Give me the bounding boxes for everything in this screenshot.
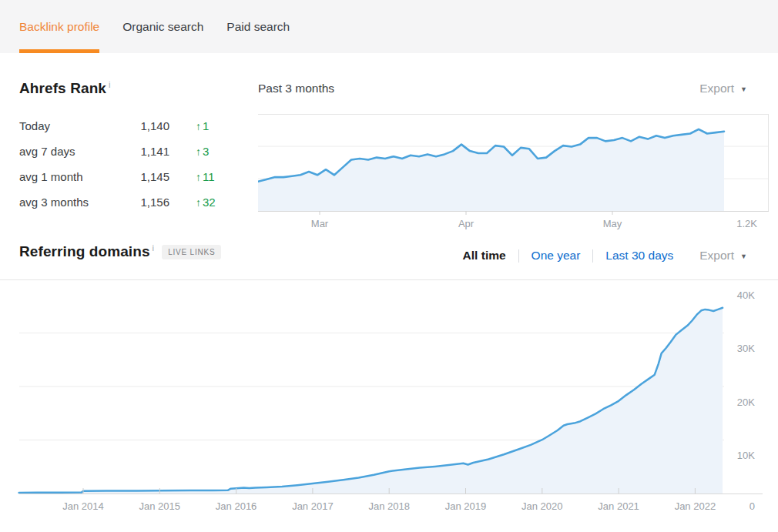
- rank-row-label: avg 7 days: [19, 145, 121, 158]
- separator: [518, 249, 519, 263]
- export-label: Export: [699, 82, 734, 95]
- up-arrow-icon: ↑: [196, 196, 201, 209]
- export-label: Export: [699, 249, 734, 263]
- ahrefs-rank-title-text: Ahrefs Rank: [19, 80, 106, 96]
- ahrefs-rank-section: Ahrefs Ranki Today 1,140 ↑1 avg 7 days 1…: [19, 80, 243, 215]
- export-button[interactable]: Export ▼: [699, 249, 747, 263]
- rank-row-label: avg 3 months: [19, 196, 121, 209]
- rank-change-amount: 32: [203, 196, 216, 209]
- up-arrow-icon: ↑: [196, 146, 201, 158]
- svg-text:Mar: Mar: [311, 218, 329, 229]
- tab-label: Paid search: [226, 20, 290, 34]
- rank-change-amount: 3: [203, 145, 209, 158]
- svg-text:Jan 2014: Jan 2014: [62, 500, 104, 512]
- rank-change-amount: 11: [203, 170, 215, 183]
- svg-text:Jan 2022: Jan 2022: [675, 500, 716, 512]
- rank-row-value: 1,156: [121, 196, 169, 209]
- rank-row-value: 1,141: [121, 145, 169, 158]
- separator: [592, 249, 593, 263]
- rank-trend-chart[interactable]: MarAprMay1.2K: [258, 114, 769, 231]
- rank-row-avg-7-days: avg 7 days 1,141 ↑3: [19, 139, 243, 164]
- tab-backlink-profile[interactable]: Backlink profile: [19, 0, 99, 53]
- tab-label: Backlink profile: [19, 20, 99, 34]
- svg-text:Jan 2021: Jan 2021: [598, 500, 639, 512]
- tab-label: Organic search: [122, 20, 203, 34]
- rank-row-change: ↑11: [169, 170, 215, 183]
- rank-row-label: Today: [19, 119, 121, 132]
- svg-text:1.2K: 1.2K: [736, 218, 757, 229]
- up-arrow-icon: ↑: [196, 171, 201, 183]
- svg-text:Jan 2020: Jan 2020: [521, 500, 563, 512]
- caret-down-icon: ▼: [740, 252, 747, 260]
- tab-organic-search[interactable]: Organic search: [122, 0, 203, 53]
- live-links-badge: LIVE LINKS: [162, 245, 221, 259]
- svg-text:May: May: [603, 218, 622, 229]
- svg-text:40K: 40K: [737, 289, 755, 301]
- svg-text:20K: 20K: [737, 396, 755, 408]
- rank-row-value: 1,145: [121, 170, 169, 183]
- rank-row-change: ↑1: [169, 119, 209, 132]
- rank-row-label: avg 1 month: [19, 170, 121, 183]
- info-icon[interactable]: i: [153, 243, 155, 253]
- svg-text:Jan 2017: Jan 2017: [292, 500, 334, 512]
- range-all-time[interactable]: All time: [463, 249, 506, 263]
- range-one-year[interactable]: One year: [532, 249, 581, 263]
- svg-text:10K: 10K: [737, 450, 755, 461]
- svg-text:0: 0: [749, 500, 755, 512]
- referring-domains-header: Referring domainsi LIVE LINKS: [19, 243, 221, 260]
- referring-domains-title: Referring domainsi: [19, 243, 154, 260]
- svg-text:Jan 2019: Jan 2019: [445, 500, 487, 512]
- rank-chart-header: Past 3 months Export ▼: [258, 82, 747, 95]
- time-range-controls: All time One year Last 30 days Export ▼: [463, 247, 747, 264]
- info-icon[interactable]: i: [109, 80, 111, 89]
- ahrefs-rank-table: Today 1,140 ↑1 avg 7 days 1,141 ↑3 avg 1…: [19, 113, 243, 215]
- rank-row-change: ↑3: [169, 145, 209, 158]
- referring-domains-chart[interactable]: Jan 2014Jan 2015Jan 2016Jan 2017Jan 2018…: [0, 279, 778, 532]
- svg-text:Jan 2016: Jan 2016: [216, 500, 257, 512]
- ahrefs-rank-title: Ahrefs Ranki: [19, 80, 243, 97]
- rank-row-value: 1,140: [121, 119, 169, 132]
- svg-text:Jan 2018: Jan 2018: [368, 500, 410, 512]
- rank-row-change: ↑32: [169, 196, 216, 209]
- tab-bar: Backlink profile Organic search Paid sea…: [0, 0, 778, 53]
- active-tab-underline: [19, 49, 99, 53]
- export-button[interactable]: Export ▼: [699, 82, 747, 95]
- rank-change-amount: 1: [203, 119, 209, 132]
- referring-domains-title-text: Referring domains: [19, 243, 150, 259]
- svg-text:Jan 2015: Jan 2015: [139, 500, 181, 512]
- rank-row-avg-3-months: avg 3 months 1,156 ↑32: [19, 189, 243, 215]
- range-last-30-days[interactable]: Last 30 days: [605, 249, 673, 263]
- tab-paid-search[interactable]: Paid search: [226, 0, 290, 53]
- rank-row-today: Today 1,140 ↑1: [19, 113, 243, 139]
- svg-text:30K: 30K: [737, 343, 755, 354]
- up-arrow-icon: ↑: [196, 120, 201, 132]
- rank-row-avg-1-month: avg 1 month 1,145 ↑11: [19, 164, 243, 189]
- caret-down-icon: ▼: [740, 85, 747, 93]
- svg-text:Apr: Apr: [458, 218, 475, 229]
- ahrefs-dashboard: Backlink profile Organic search Paid sea…: [0, 0, 778, 532]
- rank-chart-title: Past 3 months: [258, 82, 334, 95]
